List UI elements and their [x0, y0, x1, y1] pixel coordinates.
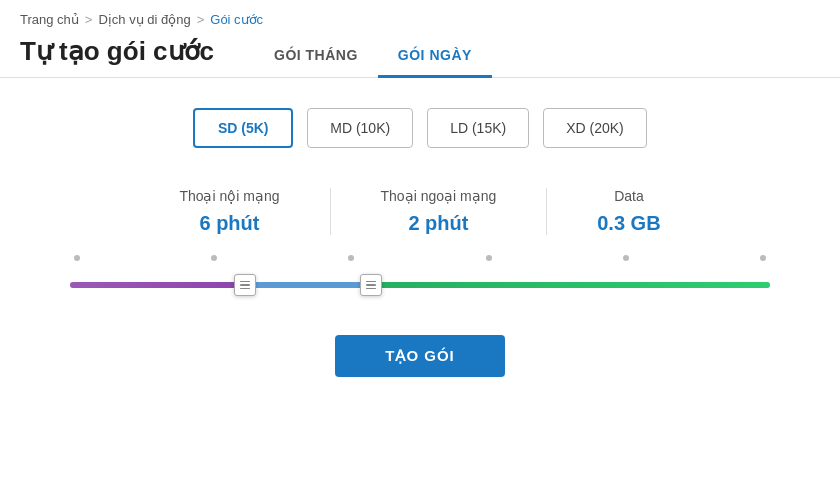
slider-handle-1[interactable]: [234, 274, 256, 296]
tabs: GÓI THÁNG GÓI NGÀY: [254, 35, 492, 77]
breadcrumb: Trang chủ > Dịch vụ di động > Gói cước: [0, 0, 840, 35]
handle-line-1a: [240, 281, 250, 283]
slider-track-container[interactable]: [70, 265, 770, 305]
breadcrumb-sep2: >: [197, 12, 205, 27]
stat-external-value: 2 phút: [381, 212, 497, 235]
stat-internal-value: 6 phút: [179, 212, 279, 235]
stat-external: Thoại ngoại mạng 2 phút: [331, 188, 548, 235]
dot-5: [623, 255, 629, 261]
stat-internal: Thoại nội mạng 6 phút: [129, 188, 330, 235]
package-buttons: SD (5K) MD (10K) LD (15K) XD (20K): [60, 108, 780, 148]
dot-3: [348, 255, 354, 261]
stat-data-value: 0.3 GB: [597, 212, 660, 235]
slider-fill-purple: [70, 282, 245, 288]
page-title: Tự tạo gói cước: [20, 36, 214, 77]
dot-2: [211, 255, 217, 261]
slider-fill-green: [371, 282, 770, 288]
breadcrumb-mobile[interactable]: Dịch vụ di động: [98, 12, 190, 27]
dot-4: [486, 255, 492, 261]
stat-data: Data 0.3 GB: [547, 188, 710, 235]
stats-row: Thoại nội mạng 6 phút Thoại ngoại mạng 2…: [60, 188, 780, 235]
stat-external-label: Thoại ngoại mạng: [381, 188, 497, 204]
slider-handle-2[interactable]: [360, 274, 382, 296]
breadcrumb-sep1: >: [85, 12, 93, 27]
slider-track: [70, 282, 770, 288]
dot-1: [74, 255, 80, 261]
page-header: Tự tạo gói cước GÓI THÁNG GÓI NGÀY: [0, 35, 840, 78]
package-ld[interactable]: LD (15K): [427, 108, 529, 148]
handle-line-2a: [366, 281, 376, 283]
handle-line-1c: [240, 288, 250, 290]
dots-row: [70, 255, 770, 261]
slider-fill-blue: [245, 282, 371, 288]
slider-section: [60, 255, 780, 305]
main-content: SD (5K) MD (10K) LD (15K) XD (20K) Thoại…: [0, 78, 840, 407]
package-sd[interactable]: SD (5K): [193, 108, 293, 148]
handle-line-2c: [366, 288, 376, 290]
breadcrumb-current: Gói cước: [210, 12, 263, 27]
package-xd[interactable]: XD (20K): [543, 108, 647, 148]
create-button[interactable]: TẠO GÓI: [335, 335, 505, 377]
stat-internal-label: Thoại nội mạng: [179, 188, 279, 204]
stat-data-label: Data: [597, 188, 660, 204]
tab-monthly[interactable]: GÓI THÁNG: [254, 35, 378, 78]
dot-6: [760, 255, 766, 261]
breadcrumb-home[interactable]: Trang chủ: [20, 12, 79, 27]
create-button-row: TẠO GÓI: [60, 335, 780, 377]
handle-line-2b: [366, 284, 376, 286]
handle-line-1b: [240, 284, 250, 286]
tab-daily[interactable]: GÓI NGÀY: [378, 35, 492, 78]
package-md[interactable]: MD (10K): [307, 108, 413, 148]
